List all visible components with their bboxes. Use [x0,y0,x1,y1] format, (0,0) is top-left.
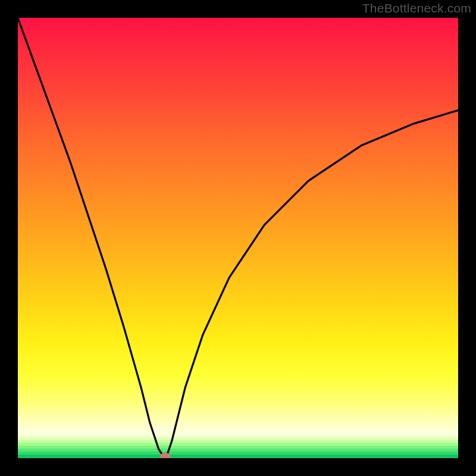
minimum-marker [160,453,171,459]
plot-area [18,18,458,458]
watermark-text: TheBottleneck.com [362,1,471,15]
bottleneck-curve [18,18,458,458]
chart-frame: TheBottleneck.com [0,0,476,476]
curve-svg [18,18,458,458]
